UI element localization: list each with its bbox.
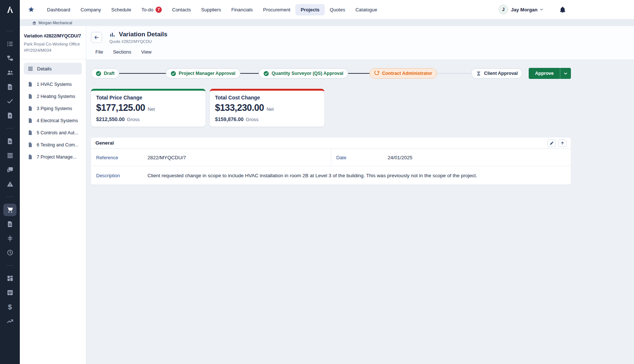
general-row-description: Description Client requested change in s… [91,166,571,185]
workflow-step-contract-admin[interactable]: Contract Administrator [369,68,437,79]
project-name: Park Royal Co-Working Office [24,41,82,47]
warning-icon [7,181,14,188]
nav-schedule[interactable]: Schedule [106,4,136,15]
main-header: Variation Details Quote #2822/MYQCDU Fil… [86,26,634,60]
approve-dropdown-button[interactable] [560,68,571,79]
nav-todo[interactable]: To-do7 [136,4,167,16]
check-circle-icon [96,71,101,76]
workflow-step-client-approval[interactable]: Client Approval [471,68,522,79]
nav-projects[interactable]: Projects [295,4,324,15]
section-label: 2 Heating Systems [37,94,75,99]
sidebar-item-details[interactable]: Details [24,63,82,74]
rail-trending[interactable] [3,315,17,328]
breadcrumb[interactable]: Morgan Mechanical [20,19,634,26]
collapse-button[interactable] [558,139,566,147]
details-label: Details [37,66,52,72]
net-amount: $177,125.00 [96,102,145,113]
nav-financials[interactable]: Financials [226,4,258,15]
rail-table[interactable] [3,287,17,299]
rail-rows[interactable] [3,149,17,162]
menu-file[interactable]: File [95,49,103,55]
net-label: Net [267,107,274,112]
total-price-change-card: Total Price Change $177,125.00 Net $212,… [91,89,205,127]
rail-clock[interactable] [3,247,17,259]
rail-divider [6,197,14,197]
total-cost-change-card: Total Cost Change $133,230.00 Net $159,8… [210,89,324,127]
workflow-step-qs-approval[interactable]: Quantity Surveyor (QS) Approval [259,68,348,79]
description-value: Client requested change in scope to incl… [147,173,477,178]
file-upload-icon [7,112,14,119]
nav-contacts[interactable]: Contacts [167,4,196,15]
app-logo[interactable] [0,0,20,19]
file-icon [28,81,33,87]
user-name[interactable]: Jay Morgan [511,7,538,12]
chevron-down-icon[interactable] [539,7,544,12]
sidebar-item-section[interactable]: 6 Testing and Com... [24,139,82,151]
gross-amount: $159,876.00 [215,116,244,122]
file-icon [28,130,33,135]
step-label: Contract Administrator [382,71,432,76]
rail-list[interactable] [3,38,17,50]
workflow-step-draft[interactable]: Draft [91,68,119,79]
rail-document[interactable] [3,81,17,93]
table-icon [7,289,14,296]
net-amount: $133,230.00 [215,102,264,113]
rail-dollar[interactable]: $ [3,301,17,313]
gross-amount: $212,550.00 [96,116,125,122]
rail-warning[interactable] [3,178,17,190]
menu-sections[interactable]: Sections [113,49,131,55]
rail-dashboard[interactable] [3,272,17,285]
nav-company[interactable]: Company [76,4,106,15]
rail-tune[interactable] [3,232,17,245]
nav-label: Financials [232,7,253,12]
nav-catalogue[interactable]: Catalogue [350,4,382,15]
approve-button[interactable]: Approve [529,68,560,79]
document-icon [7,221,14,228]
nav-procurement[interactable]: Procurement [258,4,295,15]
sidebar-item-section[interactable]: 7 Project Manage... [24,151,82,163]
workflow-connector [119,73,166,74]
sidebar-item-section[interactable]: 5 Controls and Aut... [24,127,82,139]
stat-cards: Total Price Change $177,125.00 Net $212,… [91,89,571,127]
back-button[interactable] [91,32,102,43]
menu-bar: File Sections View [91,44,634,59]
reference-cell[interactable]: Reference 2822/MYQCDU/7 [91,149,331,166]
favorite-star-button[interactable] [28,6,34,13]
dollar-icon: $ [8,303,12,310]
icon-rail: $ [0,0,20,364]
rail-document-3[interactable] [3,218,17,230]
rail-hierarchy[interactable] [3,52,17,65]
list-icon [7,40,14,47]
file-icon [28,118,33,123]
step-label: Quantity Surveyor (QS) Approval [272,71,343,76]
sidebar-item-section[interactable]: 2 Heating Systems [24,90,82,102]
reference-value: 2822/MYQCDU/7 [147,155,186,160]
section-label: 7 Project Manage... [37,154,76,160]
sidebar-item-section[interactable]: 1 HVAC Systems [24,78,82,90]
menu-view[interactable]: View [141,49,152,55]
document-icon [7,83,14,90]
sidebar-item-section[interactable]: 3 Piping Systems [24,102,82,114]
file-icon [28,94,33,99]
nav-dashboard[interactable]: Dashboard [42,4,76,15]
rail-people[interactable] [3,66,17,79]
rail-chat[interactable] [3,164,17,176]
nav-suppliers[interactable]: Suppliers [196,4,226,15]
rail-cart[interactable] [3,204,17,216]
date-value: 24/01/2025 [388,155,413,160]
workflow-step-pm-approval[interactable]: Project Manager Approval [166,68,240,79]
date-cell[interactable]: Date 24/01/2025 [331,149,571,166]
user-avatar[interactable]: J [499,5,508,14]
rail-check[interactable] [3,95,17,108]
bar-chart-icon [109,32,116,38]
edit-button[interactable] [547,139,556,147]
approve-split-button: Approve [529,68,571,79]
left-panel: Variation #2822/MYQCDU/7 Park Royal Co-W… [20,26,86,364]
description-cell[interactable]: Description Client requested change in s… [91,166,571,185]
project-number: #P/2024/M034 [24,47,82,54]
sidebar-item-section[interactable]: 4 Electrical Systems [24,114,82,127]
rail-file-upload[interactable] [3,109,17,122]
nav-quotes[interactable]: Quotes [325,4,350,15]
notifications-button[interactable] [559,6,566,13]
rail-document-2[interactable] [3,135,17,148]
